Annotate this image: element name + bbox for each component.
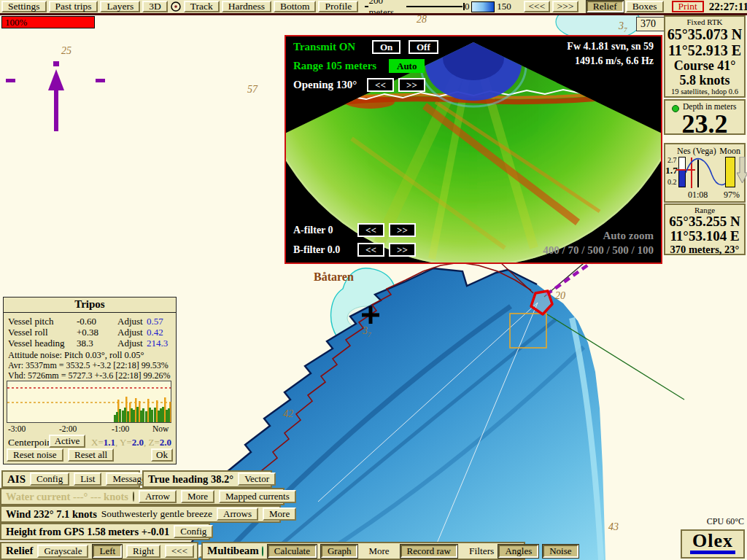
gps-panel: Fixed RTK 65°35.073 N 11°52.913 E Course… bbox=[664, 15, 746, 98]
roll-value: +0.38 bbox=[77, 327, 98, 338]
height-config-button[interactable]: Config bbox=[174, 525, 213, 538]
scroll-left-button[interactable]: <<< bbox=[165, 545, 194, 558]
heading-label: Vessel heading bbox=[8, 338, 65, 349]
angles-button[interactable]: Angles bbox=[498, 545, 538, 558]
opening-increase-button[interactable]: >> bbox=[398, 78, 425, 92]
sonar-off-button[interactable]: Off bbox=[409, 40, 438, 54]
auto-zoom-label: Auto zoom bbox=[603, 230, 654, 242]
bottom-button[interactable]: Bottom bbox=[274, 1, 317, 12]
water-current-panel: Water current ---° --- knots Arrow More … bbox=[0, 488, 285, 505]
depth-label: 43 bbox=[608, 521, 619, 533]
vector-button[interactable]: Vector bbox=[238, 472, 276, 486]
arrow-cap bbox=[53, 61, 59, 66]
sonar-on-button[interactable]: On bbox=[372, 40, 400, 54]
wind-description: Southwesterly gentle breeze bbox=[101, 508, 212, 520]
opening-decrease-button[interactable]: << bbox=[367, 78, 394, 92]
heading-adjust[interactable]: 214.3 bbox=[147, 338, 168, 349]
depth-label: 25 bbox=[61, 45, 71, 57]
purple-tick bbox=[96, 79, 105, 82]
left-button[interactable]: Left bbox=[93, 545, 122, 558]
wind-panel: Wind 232° 7.1 knots Southwesterly gentle… bbox=[0, 505, 281, 523]
multibeam-more-button[interactable]: More bbox=[362, 545, 395, 558]
depth-panel: Depth in meters 23.2 bbox=[664, 99, 746, 135]
tide-time-marker bbox=[697, 160, 699, 187]
course: Course 41° bbox=[665, 58, 744, 73]
axis-tick: -1:00 bbox=[112, 424, 129, 433]
sounding-label: 37 bbox=[619, 20, 627, 34]
ais-list-button[interactable]: List bbox=[74, 472, 101, 486]
attitude-noise-line: Attitude noise: Pitch 0.03°, roll 0.05° bbox=[8, 350, 144, 361]
ok-button[interactable]: Ok bbox=[151, 448, 173, 462]
record-raw-button[interactable]: Record raw bbox=[400, 545, 457, 558]
a-filter-increase-button[interactable]: >> bbox=[389, 223, 416, 237]
filters-label: Filters bbox=[469, 545, 495, 557]
boxes-button[interactable]: Boxes bbox=[626, 1, 664, 12]
roll-adjust[interactable]: 0.42 bbox=[147, 327, 163, 338]
adjust-label: Adjust bbox=[117, 316, 143, 327]
water-arrow-button[interactable]: Arrow bbox=[139, 490, 177, 503]
profile-button[interactable]: Profile bbox=[318, 1, 358, 12]
centerpoint-active-button[interactable]: Active bbox=[49, 435, 85, 448]
settings-button[interactable]: Settings bbox=[1, 1, 47, 12]
pitch-label: Vessel pitch bbox=[8, 316, 53, 327]
water-more-button[interactable]: More bbox=[181, 490, 214, 503]
relief-toggle-button[interactable]: Relief bbox=[587, 1, 624, 12]
wind-arrows-button[interactable]: Arrows bbox=[217, 508, 258, 521]
3d-button[interactable]: 3D bbox=[142, 1, 168, 12]
grayscale-button[interactable]: Grayscale bbox=[37, 545, 88, 558]
depth-label: 42 bbox=[283, 408, 293, 420]
adjust-label: Adjust bbox=[117, 327, 143, 338]
reset-noise-button[interactable]: Reset noise bbox=[7, 448, 63, 462]
axis-tick: -3:00 bbox=[8, 424, 26, 433]
axis-tick: -2:00 bbox=[59, 424, 77, 433]
ais-config-button[interactable]: Config bbox=[30, 472, 69, 486]
pan-right-button[interactable]: >>> bbox=[552, 1, 578, 12]
pan-left-button[interactable]: <<< bbox=[524, 1, 550, 12]
sonar-auto-button[interactable]: Auto bbox=[389, 59, 425, 73]
pitch-adjust[interactable]: 0.57 bbox=[147, 316, 163, 327]
noise-button[interactable]: Noise bbox=[543, 545, 578, 558]
right-button[interactable]: Right bbox=[126, 545, 160, 558]
auto-zoom-values: 400 / 70 / 500 / 500 / 100 bbox=[543, 244, 654, 257]
print-button[interactable]: Print bbox=[672, 1, 704, 12]
range-longitude: 11°53.104 E bbox=[665, 229, 744, 244]
z-key: , Z= bbox=[144, 437, 160, 448]
target-icon[interactable] bbox=[170, 1, 182, 12]
range-latitude: 65°35.255 N bbox=[665, 214, 744, 229]
axis-tick: Now bbox=[152, 424, 169, 433]
graph-button[interactable]: Graph bbox=[321, 545, 358, 558]
latitude: 65°35.073 N bbox=[665, 26, 744, 42]
color-scale-max: 150 bbox=[497, 1, 511, 12]
reset-all-button[interactable]: Reset all bbox=[68, 448, 114, 462]
b-filter-label: B-filter 0.0 bbox=[293, 244, 340, 256]
opening-label: Opening 130° bbox=[293, 79, 357, 91]
past-trips-button[interactable]: Past trips bbox=[49, 1, 98, 12]
range-distance: 370 meters, 23° bbox=[665, 244, 744, 256]
sonar-overlay: Transmit ON On Off Range 105 meters Auto… bbox=[285, 35, 662, 264]
calculate-button[interactable]: Calculate bbox=[268, 545, 317, 558]
gps-height-value: Height from GPS 1.58 meters +-0.01 bbox=[6, 526, 169, 538]
mapped-currents-button[interactable]: Mapped currents bbox=[219, 490, 296, 503]
layers-button[interactable]: Layers bbox=[100, 1, 140, 12]
moon-trend-arrow-icon bbox=[737, 157, 747, 186]
gps-height-panel: Height from GPS 1.58 meters +-0.01 Confi… bbox=[0, 523, 210, 540]
cpu-temperature: CPU 60°C bbox=[692, 516, 744, 527]
wind-more-button[interactable]: More bbox=[263, 508, 296, 521]
multibeam-status-dot bbox=[262, 546, 263, 556]
water-current-status-dot bbox=[133, 491, 134, 502]
clock: 22:27:11 bbox=[709, 1, 747, 13]
speed: 5.8 knots bbox=[665, 73, 744, 88]
b-filter-increase-button[interactable]: >> bbox=[389, 243, 416, 257]
olex-app: 28 57 42 43 25 20 37 37 Båtaren 370 bbox=[0, 0, 747, 560]
water-current-value: Water current ---° --- knots bbox=[6, 491, 128, 503]
track-button[interactable]: Track bbox=[184, 1, 220, 12]
hardness-button[interactable]: Hardness bbox=[222, 1, 271, 12]
a-filter-decrease-button[interactable]: << bbox=[357, 223, 384, 237]
sounding-label: 37 bbox=[363, 325, 371, 338]
tide-level: 1.7 bbox=[665, 165, 678, 176]
depth-value: 23.2 bbox=[665, 109, 744, 139]
tide-time: 01:08 bbox=[688, 190, 708, 201]
b-filter-decrease-button[interactable]: << bbox=[357, 243, 384, 257]
vhd-line: Vhd: 5726mm = 5727.3 +-3.6 [22:18] 99.26… bbox=[8, 370, 171, 381]
tripos-panel: Tripos Vessel pitch -0.60 Adjust 0.57 Ve… bbox=[3, 297, 177, 464]
